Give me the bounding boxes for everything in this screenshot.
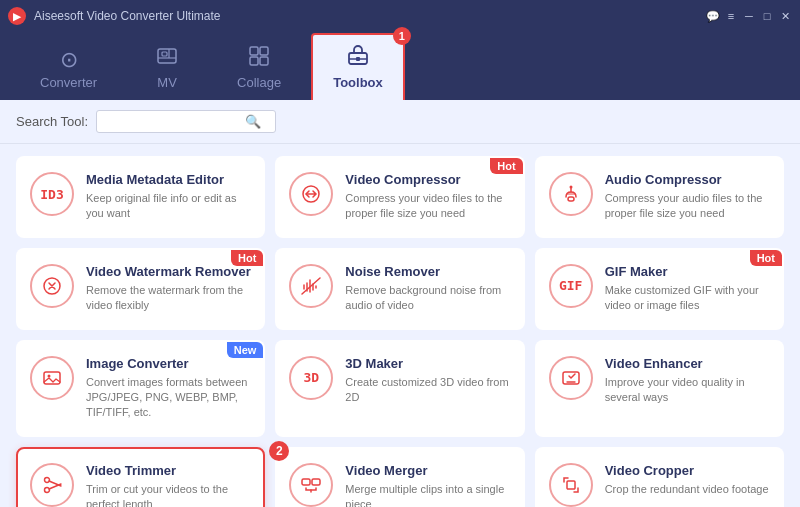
tool-name-3d-maker: 3D Maker <box>345 356 510 371</box>
tool-icon-media-metadata-editor: ID3 <box>30 172 74 216</box>
tool-info-media-metadata-editor: Media Metadata Editor Keep original file… <box>86 172 251 222</box>
svg-point-22 <box>45 477 50 482</box>
tab-collage-label: Collage <box>237 75 281 90</box>
chat-button[interactable]: 💬 <box>706 9 720 23</box>
tool-desc-video-compressor: Compress your video files to the proper … <box>345 191 510 222</box>
svg-rect-25 <box>302 479 310 485</box>
tool-name-video-enhancer: Video Enhancer <box>605 356 770 371</box>
toolbox-icon <box>346 43 370 71</box>
svg-line-24 <box>49 481 61 486</box>
tool-info-video-merger: Video Merger Merge multiple clips into a… <box>345 463 510 507</box>
tool-info-noise-remover: Noise Remover Remove background noise fr… <box>345 264 510 314</box>
tool-info-video-compressor: Video Compressor Compress your video fil… <box>345 172 510 222</box>
tag-hot: Hot <box>231 250 263 266</box>
svg-rect-5 <box>260 47 268 55</box>
toolbox-badge: 1 <box>393 27 411 45</box>
svg-point-13 <box>569 186 572 189</box>
tool-icon-image-converter <box>30 356 74 400</box>
tag-hot: Hot <box>750 250 782 266</box>
tool-desc-3d-maker: Create customized 3D video from 2D <box>345 375 510 406</box>
tool-desc-video-cropper: Crop the redundant video footage <box>605 482 770 497</box>
svg-rect-10 <box>356 57 360 61</box>
tool-info-video-enhancer: Video Enhancer Improve your video qualit… <box>605 356 770 406</box>
main-content: Search Tool: 🔍 ID3 Media Metadata Editor… <box>0 100 800 507</box>
tool-card-video-compressor[interactable]: Hot Video Compressor Compress your video… <box>275 156 524 238</box>
title-bar-controls: 💬 ≡ ─ □ ✕ <box>706 9 792 23</box>
mv-icon <box>156 45 178 71</box>
tool-card-video-merger[interactable]: 2 Video Merger Merge multiple clips into… <box>275 447 524 507</box>
svg-rect-6 <box>250 57 258 65</box>
svg-rect-26 <box>312 479 320 485</box>
tool-name-gif-maker: GIF Maker <box>605 264 770 279</box>
search-input-wrap: 🔍 <box>96 110 276 133</box>
tool-info-image-converter: Image Converter Convert images formats b… <box>86 356 251 421</box>
tool-name-video-trimmer: Video Trimmer <box>86 463 251 478</box>
tab-mv[interactable]: MV <box>127 37 207 100</box>
tool-card-media-metadata-editor[interactable]: ID3 Media Metadata Editor Keep original … <box>16 156 265 238</box>
close-button[interactable]: ✕ <box>778 9 792 23</box>
svg-point-21 <box>45 487 50 492</box>
maximize-button[interactable]: □ <box>760 9 774 23</box>
tool-card-video-cropper[interactable]: Video Cropper Crop the redundant video f… <box>535 447 784 507</box>
svg-rect-14 <box>568 197 574 201</box>
tool-name-audio-compressor: Audio Compressor <box>605 172 770 187</box>
circle-badge: 2 <box>269 441 289 461</box>
collage-icon <box>248 45 270 71</box>
title-bar-title: Aiseesoft Video Converter Ultimate <box>34 9 221 23</box>
tool-card-image-converter[interactable]: New Image Converter Convert images forma… <box>16 340 265 437</box>
tool-desc-audio-compressor: Compress your audio files to the proper … <box>605 191 770 222</box>
tool-grid: ID3 Media Metadata Editor Keep original … <box>16 156 784 507</box>
tool-desc-noise-remover: Remove background noise from audio of vi… <box>345 283 510 314</box>
tab-mv-label: MV <box>157 75 177 90</box>
tab-collage[interactable]: Collage <box>217 37 301 100</box>
tool-info-3d-maker: 3D Maker Create customized 3D video from… <box>345 356 510 406</box>
tool-name-video-watermark-remover: Video Watermark Remover <box>86 264 251 279</box>
tab-converter[interactable]: ⊙ Converter <box>20 41 117 100</box>
tool-card-audio-compressor[interactable]: Audio Compressor Compress your audio fil… <box>535 156 784 238</box>
tag-hot: Hot <box>490 158 522 174</box>
search-input[interactable] <box>105 114 245 129</box>
grid-scroll: ID3 Media Metadata Editor Keep original … <box>0 144 800 507</box>
tool-card-noise-remover[interactable]: Noise Remover Remove background noise fr… <box>275 248 524 330</box>
search-icon[interactable]: 🔍 <box>245 114 261 129</box>
tool-icon-video-merger <box>289 463 333 507</box>
tool-icon-gif-maker: GIF <box>549 264 593 308</box>
tool-icon-3d-maker: 3D <box>289 356 333 400</box>
tool-name-media-metadata-editor: Media Metadata Editor <box>86 172 251 187</box>
tool-desc-gif-maker: Make customized GIF with your video or i… <box>605 283 770 314</box>
tool-icon-video-cropper <box>549 463 593 507</box>
tool-icon-video-trimmer <box>30 463 74 507</box>
search-bar: Search Tool: 🔍 <box>0 100 800 144</box>
tool-icon-video-watermark-remover <box>30 264 74 308</box>
tool-name-video-merger: Video Merger <box>345 463 510 478</box>
app-logo: ▶ <box>8 7 26 25</box>
tool-icon-video-enhancer <box>549 356 593 400</box>
tool-name-image-converter: Image Converter <box>86 356 251 371</box>
tool-icon-audio-compressor <box>549 172 593 216</box>
tool-desc-video-enhancer: Improve your video quality in several wa… <box>605 375 770 406</box>
svg-rect-4 <box>250 47 258 55</box>
tool-desc-media-metadata-editor: Keep original file info or edit as you w… <box>86 191 251 222</box>
menu-button[interactable]: ≡ <box>724 9 738 23</box>
tool-desc-video-trimmer: Trim or cut your videos to the perfect l… <box>86 482 251 507</box>
tool-desc-video-watermark-remover: Remove the watermark from the video flex… <box>86 283 251 314</box>
tool-info-video-watermark-remover: Video Watermark Remover Remove the water… <box>86 264 251 314</box>
tool-card-gif-maker[interactable]: Hot GIF GIF Maker Make customized GIF wi… <box>535 248 784 330</box>
tool-desc-image-converter: Convert images formats between JPG/JPEG,… <box>86 375 251 421</box>
title-bar-left: ▶ Aiseesoft Video Converter Ultimate <box>8 7 221 25</box>
svg-rect-7 <box>260 57 268 65</box>
tag-new: New <box>227 342 264 358</box>
tool-card-video-enhancer[interactable]: Video Enhancer Improve your video qualit… <box>535 340 784 437</box>
svg-rect-28 <box>567 481 575 489</box>
tool-card-video-watermark-remover[interactable]: Hot Video Watermark Remover Remove the w… <box>16 248 265 330</box>
tool-desc-video-merger: Merge multiple clips into a single piece <box>345 482 510 507</box>
tool-info-audio-compressor: Audio Compressor Compress your audio fil… <box>605 172 770 222</box>
tab-toolbox[interactable]: 1 Toolbox <box>311 33 405 100</box>
tab-converter-label: Converter <box>40 75 97 90</box>
tool-icon-noise-remover <box>289 264 333 308</box>
tool-info-gif-maker: GIF Maker Make customized GIF with your … <box>605 264 770 314</box>
tool-card-video-trimmer[interactable]: Video Trimmer Trim or cut your videos to… <box>16 447 265 507</box>
tool-name-noise-remover: Noise Remover <box>345 264 510 279</box>
tool-card-3d-maker[interactable]: 3D 3D Maker Create customized 3D video f… <box>275 340 524 437</box>
minimize-button[interactable]: ─ <box>742 9 756 23</box>
